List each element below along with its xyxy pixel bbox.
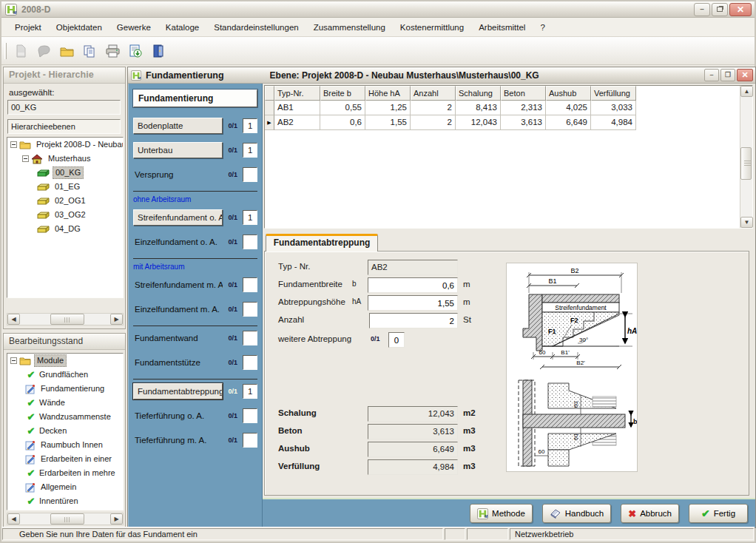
tree-node-label[interactable]: Musterhaus: [46, 153, 92, 164]
tree-node-floor[interactable]: 01_EG: [7, 180, 123, 194]
module-item[interactable]: Allgemein: [7, 480, 123, 494]
count-box[interactable]: [243, 302, 257, 317]
module-item[interactable]: Erdarbeiten in einer: [7, 452, 123, 466]
menu-kataloge[interactable]: Kataloge: [158, 20, 206, 35]
restore-button[interactable]: [712, 3, 728, 16]
einzelfundament-ma-label[interactable]: Einzelfundament m. A.: [133, 305, 223, 314]
cell[interactable]: AB1: [274, 101, 320, 115]
module-item[interactable]: Fundamentierung: [7, 382, 123, 396]
module-item[interactable]: ✔ Wände: [7, 396, 123, 410]
exit-door-icon[interactable]: [149, 41, 168, 61]
tree-node-floor[interactable]: 03_OG2: [7, 208, 123, 222]
cell[interactable]: 12,043: [456, 115, 501, 130]
progress-horizontal-scrollbar[interactable]: ◀ ▶: [7, 513, 124, 525]
cell[interactable]: 2,313: [501, 101, 546, 115]
tree-node-label[interactable]: 02_OG1: [53, 195, 88, 206]
print-icon[interactable]: [103, 41, 122, 61]
cell[interactable]: 6,649: [546, 115, 591, 130]
count-box[interactable]: [243, 331, 257, 345]
menu-kostenermittlung[interactable]: Kostenermittlung: [393, 20, 471, 35]
menu-arbeitsmittel[interactable]: Arbeitsmittel: [471, 20, 533, 35]
menu-standardeinstellungen[interactable]: Standardeinstellungen: [206, 20, 306, 35]
module-item[interactable]: ✔ Grundflächen: [7, 368, 123, 382]
minimize-button[interactable]: –: [694, 3, 710, 16]
cell[interactable]: 3,613: [501, 115, 546, 130]
module-item-label[interactable]: Erdarbeiten in einer: [38, 453, 114, 465]
copy-icon[interactable]: [80, 41, 99, 61]
cell[interactable]: 4,984: [591, 115, 636, 130]
scroll-right-icon[interactable]: ▶: [110, 314, 123, 325]
cell[interactable]: 1,55: [365, 115, 411, 130]
module-item[interactable]: ✔ Innentüren: [7, 494, 123, 508]
count-box[interactable]: [243, 167, 257, 182]
collapse-icon[interactable]: [22, 155, 29, 162]
count-box[interactable]: 1: [243, 384, 257, 399]
module-item-label[interactable]: Raumbuch Innen: [38, 439, 105, 451]
count-box[interactable]: [243, 235, 257, 249]
einzelfundament-oa-label[interactable]: Einzelfundament o. A.: [133, 237, 223, 246]
abbruch-button[interactable]: ✖ Abbruch: [621, 504, 679, 523]
count-box[interactable]: [243, 433, 257, 448]
tree-node-building[interactable]: Musterhaus: [7, 152, 123, 166]
tree-node-label-selected[interactable]: 00_KG: [53, 166, 84, 179]
open-project-icon[interactable]: [34, 41, 53, 61]
module-minimize-button[interactable]: –: [704, 69, 719, 81]
new-document-icon[interactable]: [11, 41, 30, 61]
anzahl-input[interactable]: [369, 313, 458, 328]
col-anzahl[interactable]: Anzahl: [411, 86, 456, 101]
count-box[interactable]: [243, 355, 257, 370]
count-box[interactable]: [243, 277, 257, 292]
col-breite-b[interactable]: Breite b: [320, 86, 365, 101]
module-item-label[interactable]: Fundamentierung: [38, 383, 107, 394]
count-box[interactable]: [243, 408, 257, 423]
fertig-button[interactable]: ✔ Fertig: [689, 504, 748, 523]
module-item[interactable]: ✔ Erdarbeiten in mehre: [7, 466, 123, 480]
scrollbar-thumb[interactable]: [50, 314, 84, 325]
fundamentstuetze-label[interactable]: Fundamentstütze: [133, 358, 223, 367]
handbuch-button[interactable]: Handbuch: [542, 504, 611, 523]
count-box[interactable]: 1: [243, 118, 257, 133]
scrollbar-thumb[interactable]: [740, 147, 752, 180]
methode-button[interactable]: M Methode: [470, 504, 533, 523]
cell[interactable]: 0,55: [320, 101, 365, 115]
col-hoehe-ha[interactable]: Höhe hA: [365, 86, 411, 101]
tree-node-project[interactable]: Projekt 2008-D - Neubau: [7, 138, 123, 152]
scroll-left-icon[interactable]: ◀: [7, 314, 20, 325]
module-item-label[interactable]: Wandzusammenste: [37, 411, 113, 422]
module-restore-button[interactable]: ❐: [720, 69, 735, 81]
title-bar[interactable]: M 2008-D – ✕: [1, 1, 755, 18]
col-beton[interactable]: Beton: [501, 86, 546, 101]
tieferfuehrung-ma-label[interactable]: Tieferführung m. A.: [133, 436, 223, 445]
col-typ-nr[interactable]: Typ-Nr.: [274, 86, 320, 101]
weitere-abtreppung-input[interactable]: [388, 332, 405, 348]
unterbau-button[interactable]: Unterbau: [133, 142, 223, 158]
cell[interactable]: 2: [411, 101, 456, 115]
module-item-label[interactable]: Wände: [37, 397, 67, 408]
tree-node-label[interactable]: Module: [34, 354, 67, 367]
tieferfuehrung-oa-label[interactable]: Tieferführung o. A.: [133, 411, 223, 420]
module-item-label[interactable]: Allgemein: [38, 482, 78, 493]
menu-zusammenstellung[interactable]: Zusammenstellung: [306, 20, 393, 35]
streifenfundament-oa-button[interactable]: Streifenfundament o. A.: [133, 209, 223, 226]
versprung-label[interactable]: Versprung: [133, 170, 223, 179]
scroll-down-icon[interactable]: ▼: [740, 217, 753, 228]
table-vertical-scrollbar[interactable]: ▲ ▼: [740, 86, 752, 228]
hierarchy-horizontal-scrollbar[interactable]: ◀ ▶: [7, 313, 124, 326]
tree-node-floor[interactable]: 04_DG: [7, 222, 123, 236]
cell[interactable]: 0,6: [320, 115, 365, 130]
menu-objektdaten[interactable]: Objektdaten: [49, 20, 109, 35]
count-box[interactable]: 1: [243, 210, 257, 225]
scrollbar-thumb[interactable]: [50, 513, 84, 525]
cell[interactable]: 1,25: [365, 101, 411, 115]
fundamentbreite-input[interactable]: [368, 277, 458, 293]
table-row[interactable]: AB1 0,55 1,25 2 8,413 2,313 4,025 3,033: [265, 101, 740, 115]
count-box[interactable]: 1: [243, 143, 257, 158]
menu-help[interactable]: ?: [533, 20, 552, 35]
collapse-icon[interactable]: [10, 141, 17, 148]
tree-node-label[interactable]: 01_EG: [53, 181, 82, 192]
module-item-label[interactable]: Erdarbeiten in mehre: [37, 468, 118, 479]
module-item-label[interactable]: Decken: [37, 425, 69, 436]
module-window-titlebar[interactable]: M Fundamentierung Ebene: Projekt 2008-D …: [128, 67, 755, 84]
tree-node-floor[interactable]: 02_OG1: [7, 194, 123, 208]
cell[interactable]: AB2: [274, 115, 320, 130]
